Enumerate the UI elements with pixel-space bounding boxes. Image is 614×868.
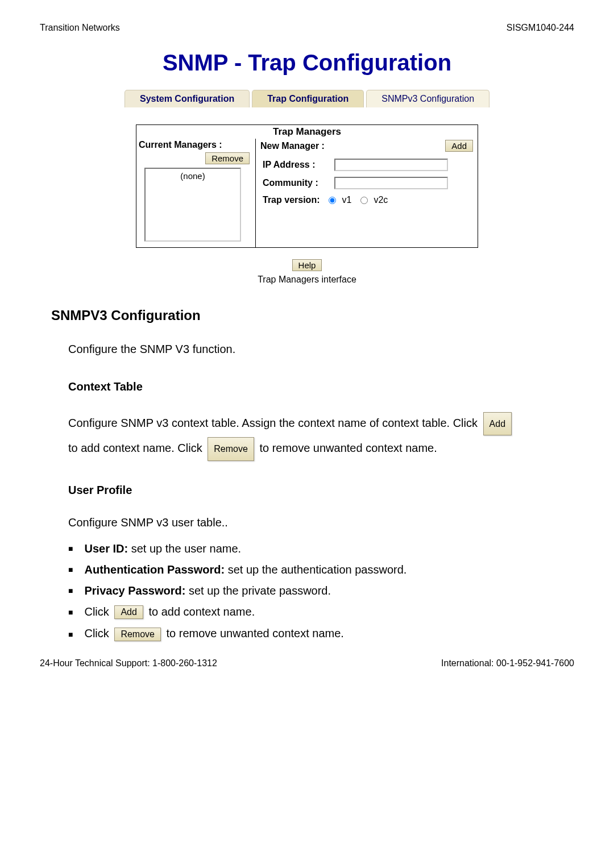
snmpv3-config-heading: SNMPV3 Configuration [51, 308, 574, 323]
list-item: Privacy Password: set up the private pas… [68, 584, 574, 597]
user-profile-list: User ID: set up the user name. Authentic… [68, 542, 574, 641]
context-remove-button[interactable]: Remove [208, 437, 254, 460]
list-item: User ID: set up the user name. [68, 542, 574, 555]
footer-left: 24-Hour Technical Support: 1-800-260-131… [40, 658, 217, 668]
current-managers-list[interactable]: (none) [144, 168, 241, 242]
list-item: Click Remove to remove unwanted context … [68, 627, 574, 641]
bullet-rest-1: set up the authentication password. [225, 563, 406, 576]
context-add-button[interactable]: Add [483, 412, 512, 435]
ip-address-input[interactable] [334, 159, 448, 171]
user-add-button[interactable]: Add [114, 605, 143, 619]
snmpv3-intro: Configure the SNMP V3 function. [68, 340, 574, 358]
list-placeholder: (none) [180, 171, 205, 181]
bullet-rest-2: set up the private password. [185, 584, 331, 597]
new-manager-label: New Manager : [260, 141, 325, 151]
current-managers-label: Current Managers : [139, 140, 222, 150]
context-text-2: to add context name. Click [68, 442, 202, 454]
header-left: Transition Networks [40, 23, 120, 33]
community-label: Community : [263, 178, 331, 188]
list-item: Click Add to add context name. [68, 605, 574, 620]
user-profile-intro: Configure SNMP v3 user table.. [68, 514, 574, 531]
bullet-bold-0: User ID: [84, 542, 128, 555]
bullet-bold-1: Authentication Password: [84, 563, 225, 576]
bullet-rest-0: set up the user name. [128, 542, 241, 555]
trap-version-label: Trap version: [263, 195, 320, 205]
tab-snmpv3-configuration[interactable]: SNMPv3 Configuration [366, 90, 489, 107]
context-table-heading: Context Table [68, 380, 574, 393]
context-text-3: to remove unwanted context name. [259, 442, 437, 454]
current-managers-column: Current Managers : Remove (none) [136, 139, 256, 247]
tab-system-configuration[interactable]: System Configuration [125, 90, 250, 107]
trap-version-v2c-radio[interactable] [360, 197, 368, 204]
click-remove-post: to remove unwanted context name. [167, 627, 344, 639]
trap-version-v1-radio[interactable] [329, 197, 336, 204]
trap-managers-panel: Trap Managers Current Managers : Remove … [136, 124, 478, 248]
add-button[interactable]: Add [445, 140, 473, 152]
user-profile-heading: User Profile [68, 484, 574, 497]
page-title: SNMP - Trap Configuration [40, 50, 574, 76]
document-header: Transition Networks SISGM1040-244 [40, 23, 574, 33]
help-button[interactable]: Help [292, 259, 322, 271]
remove-button[interactable]: Remove [205, 152, 250, 164]
context-text-1: Configure SNMP v3 context table. Assign … [68, 417, 478, 429]
trap-version-v1-label: v1 [342, 195, 351, 205]
header-right: SISGM1040-244 [507, 23, 574, 33]
user-remove-button[interactable]: Remove [114, 628, 161, 641]
context-table-paragraph: Configure SNMP v3 context table. Assign … [68, 410, 574, 461]
click-add-post: to add context name. [148, 605, 255, 618]
click-add-pre: Click [84, 605, 109, 618]
click-remove-pre: Click [84, 627, 109, 639]
figure-caption: Trap Managers interface [40, 275, 574, 285]
tab-bar: System Configuration Trap Configuration … [40, 90, 574, 107]
trap-version-v2c-label: v2c [374, 195, 388, 205]
community-input[interactable] [334, 177, 448, 189]
panel-title: Trap Managers [136, 125, 478, 139]
footer-right: International: 00-1-952-941-7600 [441, 658, 574, 668]
bullet-bold-2: Privacy Password: [84, 584, 185, 597]
document-footer: 24-Hour Technical Support: 1-800-260-131… [40, 658, 574, 668]
ip-address-label: IP Address : [263, 160, 331, 170]
new-manager-column: New Manager : Add IP Address : Community… [256, 139, 478, 247]
list-item: Authentication Password: set up the auth… [68, 563, 574, 576]
tab-trap-configuration[interactable]: Trap Configuration [252, 90, 364, 107]
